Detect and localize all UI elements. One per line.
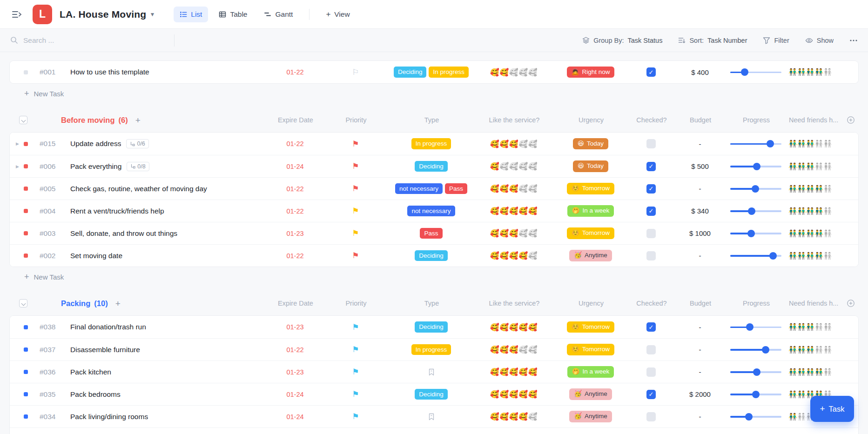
expire-date-value[interactable]: 01-22 [269, 185, 321, 193]
service-rating[interactable]: 🥰🥰🥰🥰🥰 [472, 140, 556, 148]
checkbox[interactable] [646, 345, 656, 354]
progress-handle[interactable] [769, 252, 777, 260]
type-badge[interactable]: not necessary [395, 183, 443, 194]
tab-table[interactable]: Table [213, 7, 253, 22]
budget-value[interactable]: - [677, 140, 723, 148]
group-collapse-toggle[interactable] [19, 116, 27, 124]
subtask-badge[interactable]: 0/6 [126, 139, 148, 148]
progress-slider[interactable] [730, 391, 781, 398]
add-column-button[interactable] [847, 116, 855, 124]
progress-handle[interactable] [748, 207, 755, 215]
column-header-budget[interactable]: Budget [677, 116, 724, 124]
service-rating[interactable]: 🥰🥰🥰🥰🥰 [472, 68, 556, 77]
column-header-like-the-service[interactable]: Like the service? [472, 116, 556, 124]
progress-slider[interactable] [730, 368, 781, 376]
budget-value[interactable]: - [677, 368, 723, 376]
column-header-progress[interactable]: Progress [724, 116, 789, 124]
friends-rating[interactable]: 👬👬👬👬👬 [788, 368, 842, 376]
checkbox[interactable] [646, 229, 656, 238]
service-rating[interactable]: 🥰🥰🥰🥰🥰 [472, 184, 556, 193]
column-header-checked[interactable]: Checked? [626, 116, 677, 124]
group-add-task-button[interactable]: + [115, 299, 121, 308]
task-title[interactable]: Disassemble furniture [70, 346, 140, 354]
expire-date-value[interactable]: 01-22 [269, 346, 321, 354]
priority-flag-icon[interactable]: ⚑ [352, 368, 359, 376]
priority-flag-icon[interactable]: ⚑ [352, 229, 359, 237]
type-badge[interactable]: Pass [445, 183, 467, 194]
expand-arrow-icon[interactable]: ▶ [16, 141, 19, 146]
service-rating[interactable]: 🥰🥰🥰🥰🥰 [472, 323, 556, 332]
task-title[interactable]: Pack everything [70, 162, 121, 171]
progress-slider[interactable] [730, 207, 781, 215]
column-header-like-the-service[interactable]: Like the service? [472, 300, 556, 307]
progress-slider[interactable] [730, 323, 781, 331]
priority-flag-icon[interactable]: ⚑ [352, 140, 359, 148]
progress-handle[interactable] [762, 346, 769, 354]
type-badge[interactable]: Pass [420, 228, 442, 239]
progress-slider[interactable] [730, 252, 781, 260]
search-input[interactable]: Search ... [10, 36, 174, 45]
expire-date-value[interactable]: 01-23 [269, 368, 321, 376]
group-collapse-toggle[interactable] [19, 299, 27, 307]
progress-handle[interactable] [752, 185, 759, 193]
type-badge[interactable]: In progress [411, 344, 451, 355]
column-header-urgency[interactable]: Urgency [556, 116, 626, 124]
bookmark-icon[interactable] [428, 413, 435, 421]
checkbox[interactable]: ✓ [646, 390, 656, 399]
service-rating[interactable]: 🥰🥰🥰🥰🥰 [472, 367, 556, 376]
friends-rating[interactable]: 👬👬👬👬👬 [788, 229, 842, 238]
budget-value[interactable]: $ 1000 [677, 229, 723, 237]
friends-rating[interactable]: 👬👬👬👬👬 [788, 185, 842, 193]
priority-flag-icon[interactable]: ⚑ [352, 390, 359, 398]
urgency-badge[interactable]: 🤭In a week [567, 366, 614, 378]
urgency-badge[interactable]: 🙇Right now [567, 67, 615, 78]
urgency-badge[interactable]: ☺️Tomorrow [567, 321, 614, 333]
column-header-need-friends-h[interactable]: Need friends h... [789, 116, 842, 124]
column-header-expire-date[interactable]: Expire Date [270, 116, 321, 124]
urgency-badge[interactable]: 🥳Anytime [569, 388, 612, 400]
type-badge[interactable]: Deciding [415, 321, 448, 333]
urgency-badge[interactable]: ☺️Tomorrow [567, 344, 614, 355]
subtask-badge[interactable]: 0/8 [127, 162, 149, 171]
service-rating[interactable]: 🥰🥰🥰🥰🥰 [472, 251, 556, 260]
type-badge[interactable]: In progress [429, 67, 469, 78]
friends-rating[interactable]: 👬👬👬👬👬 [788, 346, 842, 354]
friends-rating[interactable]: 👬👬👬👬👬 [788, 207, 842, 215]
type-badge[interactable]: In progress [411, 138, 451, 149]
column-header-need-friends-h[interactable]: Need friends h... [789, 300, 842, 307]
add-task-fab-button[interactable]: + Task [810, 396, 854, 422]
urgency-badge[interactable]: 😆Today [573, 160, 608, 172]
urgency-badge[interactable]: 🥳Anytime [569, 411, 612, 422]
checkbox[interactable]: ✓ [646, 162, 656, 171]
column-header-checked[interactable]: Checked? [626, 300, 677, 307]
column-header-budget[interactable]: Budget [677, 300, 724, 307]
tab-gantt[interactable]: Gantt [258, 7, 299, 22]
column-header-priority[interactable]: Priority [321, 116, 391, 124]
expire-date-value[interactable]: 01-24 [269, 163, 321, 170]
checkbox[interactable]: ✓ [646, 67, 656, 77]
progress-handle[interactable] [752, 391, 760, 398]
add-view-button[interactable]: + View [320, 6, 356, 23]
flag-outline-icon[interactable]: ⚐ [352, 68, 359, 76]
show-button[interactable]: Show [805, 37, 834, 44]
progress-handle[interactable] [747, 230, 755, 237]
priority-flag-icon[interactable]: ⚑ [352, 162, 359, 170]
priority-flag-icon[interactable]: ⚑ [352, 346, 359, 354]
sidebar-toggle-icon[interactable] [12, 10, 22, 19]
project-logo[interactable]: L [33, 5, 52, 24]
budget-value[interactable]: $ 500 [677, 162, 723, 170]
column-header-type[interactable]: Type [391, 116, 472, 124]
progress-handle[interactable] [746, 323, 754, 331]
task-title[interactable]: Check gas, routine, weather of moving da… [70, 185, 207, 193]
progress-slider[interactable] [730, 413, 781, 421]
expire-date-value[interactable]: 01-24 [269, 413, 321, 421]
column-header-urgency[interactable]: Urgency [556, 300, 626, 307]
service-rating[interactable]: 🥰🥰🥰🥰🥰 [472, 412, 556, 421]
project-title[interactable]: LA. House Moving [60, 9, 146, 20]
friends-rating[interactable]: 👬👬👬👬👬 [788, 323, 842, 331]
budget-value[interactable]: - [677, 413, 723, 421]
checkbox[interactable] [646, 412, 656, 421]
checkbox[interactable]: ✓ [646, 184, 656, 194]
budget-value[interactable]: $ 340 [677, 207, 723, 215]
task-title[interactable]: How to use this template [70, 68, 149, 76]
